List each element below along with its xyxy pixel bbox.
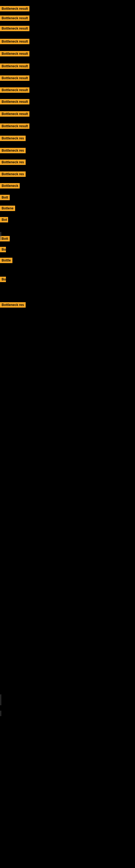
bottleneck-label-row: Bottleneck result: [0, 75, 30, 82]
bottleneck-result-label: Bottle: [0, 258, 12, 263]
bottleneck-result-label: Bottleneck res: [0, 302, 26, 308]
bottleneck-label-row: Bottleneck result: [0, 26, 30, 32]
bottleneck-label-row: Bottleneck result: [0, 123, 30, 130]
bottleneck-label-row: Bottleneck result: [0, 87, 30, 94]
bottleneck-label-row: Bot: [0, 217, 8, 223]
bottleneck-result-label: Bottleneck res: [0, 148, 26, 153]
vertical-line: [1, 232, 1, 240]
site-title: [0, 0, 135, 3]
bottleneck-result-label: Bottleneck res: [0, 135, 26, 141]
bottleneck-result-label: Bottleneck result: [0, 26, 30, 31]
bottleneck-result-label: Bo: [0, 247, 6, 252]
bottleneck-result-label: Bott: [0, 195, 10, 200]
bottleneck-result-label: Bottleneck result: [0, 51, 30, 56]
bottleneck-label-row: Bo: [0, 277, 6, 283]
bottleneck-result-label: Bot: [0, 217, 8, 222]
bottleneck-result-label: Bo: [0, 277, 6, 282]
bottleneck-result-label: Bottleneck result: [0, 63, 30, 69]
bottleneck-result-label: Bottleneck res: [0, 159, 26, 165]
bottleneck-result-label: Bottleneck result: [0, 75, 30, 81]
bottleneck-label-row: Botlene: [0, 206, 15, 212]
bottleneck-result-label: Botlene: [0, 206, 15, 211]
vertical-line: [1, 711, 1, 716]
bottleneck-label-row: Bottleneck res: [0, 148, 26, 154]
bottleneck-label-row: Bo: [0, 247, 6, 253]
bottleneck-result-label: Bottleneck result: [0, 99, 30, 104]
bottleneck-result-label: Bott: [0, 236, 10, 241]
bottleneck-result-label: Bottleneck result: [0, 87, 30, 93]
bottleneck-label-row: Bottleneck res: [0, 159, 26, 166]
bottleneck-label-row: Bottleneck result: [0, 99, 30, 105]
vertical-line: [1, 694, 1, 705]
bottleneck-label-row: Bottleneck result: [0, 39, 30, 45]
bottleneck-result-label: Bottleneck result: [0, 111, 30, 117]
bottleneck-label-row: Bottleneck result: [0, 63, 30, 70]
bottleneck-label-row: Bottleneck: [0, 183, 20, 190]
bottleneck-result-label: Bottleneck res: [0, 172, 26, 177]
bottleneck-label-row: Bottleneck result: [0, 111, 30, 118]
bottleneck-result-label: Bottleneck result: [0, 123, 30, 129]
bottleneck-result-label: Bottleneck: [0, 183, 20, 188]
bottleneck-label-row: Bottle: [0, 258, 12, 264]
bottleneck-label-row: Bott: [0, 236, 10, 243]
bottleneck-label-row: Bottleneck result: [0, 51, 30, 58]
bottleneck-result-label: Bottleneck result: [0, 16, 30, 21]
bottleneck-result-label: Bottleneck result: [0, 39, 30, 44]
bottleneck-result-label: Bottleneck result: [0, 6, 30, 11]
bottleneck-label-row: Bottleneck res: [0, 172, 26, 178]
bottleneck-label-row: Bott: [0, 195, 10, 201]
bottleneck-label-row: Bottleneck res: [0, 135, 26, 142]
bottleneck-label-row: Bottleneck result: [0, 6, 30, 12]
bottleneck-label-row: Bottleneck result: [0, 16, 30, 22]
bottleneck-label-row: Bottleneck res: [0, 302, 26, 309]
